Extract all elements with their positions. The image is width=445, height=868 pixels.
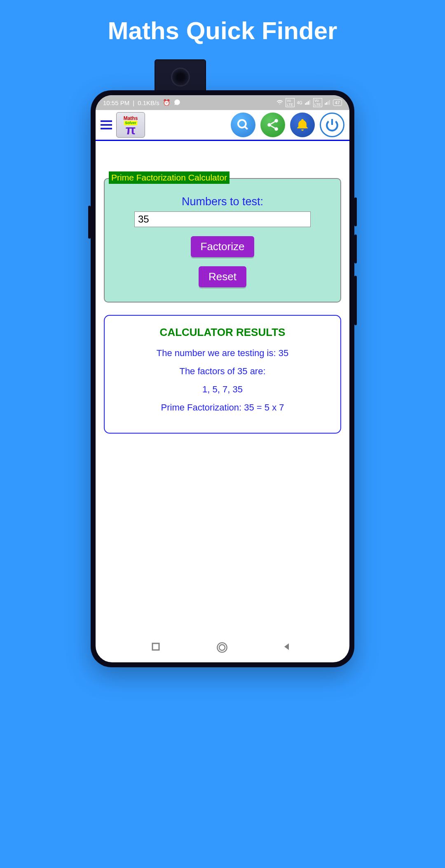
signal-icon: [305, 100, 311, 106]
network-label: 4G: [297, 101, 302, 105]
calculator-title: Prime Factorization Calculator: [109, 171, 230, 184]
recents-button[interactable]: [151, 642, 163, 654]
hamburger-menu-button[interactable]: [100, 118, 113, 132]
lte-icon: VoLTE: [286, 98, 295, 107]
app-header: Maths Solver π: [96, 110, 349, 141]
power-icon: [325, 118, 339, 132]
svg-point-18: [219, 645, 225, 650]
search-icon: [237, 118, 250, 131]
back-button[interactable]: [282, 642, 294, 654]
reset-button[interactable]: Reset: [199, 266, 246, 287]
status-time: 10:55 PM: [103, 99, 129, 106]
whatsapp-icon: [174, 99, 180, 107]
signal-icon-2: [325, 100, 330, 106]
svg-line-9: [245, 127, 248, 129]
svg-rect-0: [305, 103, 306, 104]
svg-rect-2: [308, 101, 309, 105]
bell-icon: [295, 118, 309, 132]
result-factors: 1, 5, 7, 35: [113, 384, 332, 395]
status-speed: 0.1KB/s: [138, 99, 159, 106]
svg-line-14: [271, 126, 275, 128]
svg-point-12: [274, 127, 278, 131]
status-divider: |: [133, 99, 134, 106]
svg-point-10: [274, 119, 278, 123]
phone-side-button: [354, 197, 357, 226]
logo-text: Maths: [124, 116, 138, 121]
phone-side-button: [354, 235, 357, 263]
svg-point-8: [238, 120, 246, 128]
svg-rect-6: [328, 101, 329, 105]
share-button[interactable]: [260, 113, 285, 137]
app-content: Prime Factorization Calculator Numbers t…: [96, 141, 349, 434]
svg-rect-5: [326, 102, 327, 105]
phone-frame: 10:55 PM | 0.1KB/s ⏰ VoLTE 4G: [91, 90, 354, 667]
phone-side-button: [354, 276, 357, 325]
svg-rect-7: [329, 100, 330, 104]
phone-screen: 10:55 PM | 0.1KB/s ⏰ VoLTE 4G: [96, 95, 349, 662]
power-button[interactable]: [320, 113, 344, 137]
camera-bump: [155, 59, 206, 94]
svg-rect-4: [325, 103, 326, 104]
triangle-back-icon: [282, 642, 292, 652]
wifi-icon: [276, 99, 283, 106]
android-nav-bar: [96, 633, 349, 662]
share-icon: [266, 118, 280, 132]
svg-rect-16: [152, 643, 159, 650]
notifications-button[interactable]: [290, 113, 315, 137]
status-right: VoLTE 4G VoLTE 47: [276, 98, 342, 107]
alarm-icon: ⏰: [163, 99, 171, 106]
status-bar: 10:55 PM | 0.1KB/s ⏰ VoLTE 4G: [96, 95, 349, 110]
home-button[interactable]: [216, 642, 229, 654]
status-left: 10:55 PM | 0.1KB/s ⏰: [103, 99, 180, 107]
phone-mockup: 10:55 PM | 0.1KB/s ⏰ VoLTE 4G: [91, 90, 354, 667]
lte-icon-2: VoLTE: [313, 98, 322, 107]
square-icon: [151, 642, 161, 652]
result-factors-label: The factors of 35 are:: [113, 366, 332, 377]
results-heading: CALCULATOR RESULTS: [113, 326, 332, 339]
search-button[interactable]: [231, 113, 255, 137]
result-prime: Prime Factorization: 35 = 5 x 7: [113, 402, 332, 413]
phone-side-button: [88, 206, 91, 239]
svg-rect-1: [306, 102, 307, 105]
battery-indicator: 47: [333, 99, 342, 106]
calculator-panel: Prime Factorization Calculator Numbers t…: [104, 178, 341, 303]
svg-point-11: [267, 123, 271, 127]
camera-lens: [171, 68, 190, 87]
circle-icon: [216, 642, 228, 653]
result-testing: The number we are testing is: 35: [113, 348, 332, 359]
factorize-button[interactable]: Factorize: [191, 236, 255, 257]
svg-rect-3: [309, 100, 310, 104]
results-panel: CALCULATOR RESULTS The number we are tes…: [104, 315, 341, 434]
number-input[interactable]: [134, 211, 311, 227]
pi-icon: π: [126, 126, 136, 134]
page-title: Maths Quick Finder: [0, 0, 445, 57]
app-logo[interactable]: Maths Solver π: [116, 112, 145, 138]
svg-line-13: [271, 122, 275, 124]
input-label: Numbers to test:: [115, 195, 330, 208]
